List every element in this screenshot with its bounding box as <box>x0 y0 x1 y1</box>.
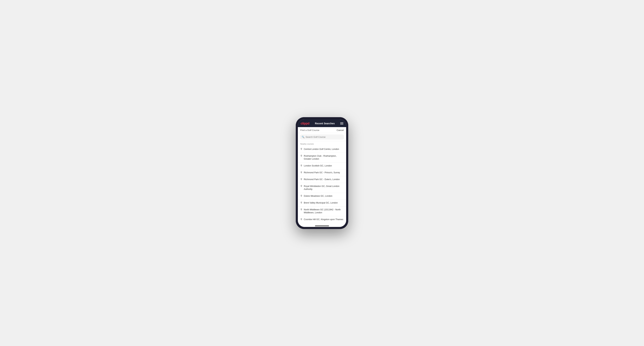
course-name: Royal Wimbledon GC, Great London Authori… <box>304 185 344 191</box>
course-name: Richmond Park GC - Duke's, London <box>304 178 340 181</box>
phone-device: clippd Recent Searches Find a Golf Cours… <box>296 117 348 229</box>
course-name: Dukes Meadows GC, London <box>304 194 332 198</box>
home-bar <box>315 225 329 226</box>
list-item[interactable]: Dukes Meadows GC, London <box>298 193 346 200</box>
page-title: Recent Searches <box>315 122 335 125</box>
course-name: Roehampton Club - Roehampton, Greater Lo… <box>304 155 344 161</box>
hamburger-line-2 <box>340 123 343 124</box>
search-container: 🔍 <box>298 133 346 141</box>
pin-icon <box>300 195 302 198</box>
content-area: Find a Golf Course Cancel 🔍 Nearby cours… <box>298 127 346 224</box>
app-logo: clippd <box>301 122 310 125</box>
search-icon: 🔍 <box>302 136 304 138</box>
pin-icon <box>300 185 302 188</box>
pin-icon <box>300 208 302 211</box>
app-header: clippd Recent Searches <box>298 119 346 127</box>
list-item[interactable]: Richmond Park GC - Prince's, Surrey <box>298 170 346 176</box>
find-bar: Find a Golf Course Cancel <box>298 127 346 133</box>
menu-button[interactable] <box>340 122 343 125</box>
pin-icon <box>300 148 302 151</box>
pin-icon <box>300 155 302 158</box>
course-list: Central London Golf Centre, London Roeha… <box>298 146 346 224</box>
search-input[interactable] <box>306 136 342 138</box>
nearby-section-label: Nearby courses <box>298 141 346 146</box>
hamburger-line-3 <box>340 124 343 125</box>
course-name: London Scottish GC, London <box>304 164 332 168</box>
find-label: Find a Golf Course <box>300 129 319 132</box>
list-item[interactable]: Richmond Park GC - Duke's, London <box>298 176 346 183</box>
course-name: Coombe Hill GC, Kingston upon Thames <box>304 218 343 221</box>
pin-icon <box>300 218 302 221</box>
pin-icon <box>300 178 302 181</box>
course-name: North Middlesex GC (1011942 - North Midd… <box>304 208 344 214</box>
phone-screen: clippd Recent Searches Find a Golf Cours… <box>298 119 346 227</box>
hamburger-line-1 <box>340 122 343 123</box>
list-item[interactable]: Central London Golf Centre, London <box>298 146 346 153</box>
search-input-wrapper: 🔍 <box>300 135 344 140</box>
course-name: Richmond Park GC - Prince's, Surrey <box>304 171 340 174</box>
list-item[interactable]: Coombe Hill GC, Kingston upon Thames <box>298 216 346 223</box>
list-item[interactable]: Roehampton Club - Roehampton, Greater Lo… <box>298 153 346 163</box>
list-item[interactable]: Brent Valley Municipal GC, London <box>298 200 346 206</box>
home-indicator <box>298 224 346 227</box>
list-item[interactable]: North Middlesex GC (1011942 - North Midd… <box>298 206 346 216</box>
pin-icon <box>300 165 302 168</box>
pin-icon <box>300 171 302 174</box>
course-name: Brent Valley Municipal GC, London <box>304 201 338 204</box>
list-item[interactable]: Royal Wimbledon GC, Great London Authori… <box>298 183 346 193</box>
list-item[interactable]: London Scottish GC, London <box>298 163 346 170</box>
course-name: Central London Golf Centre, London <box>304 148 339 151</box>
cancel-button[interactable]: Cancel <box>337 129 344 132</box>
pin-icon <box>300 202 302 204</box>
